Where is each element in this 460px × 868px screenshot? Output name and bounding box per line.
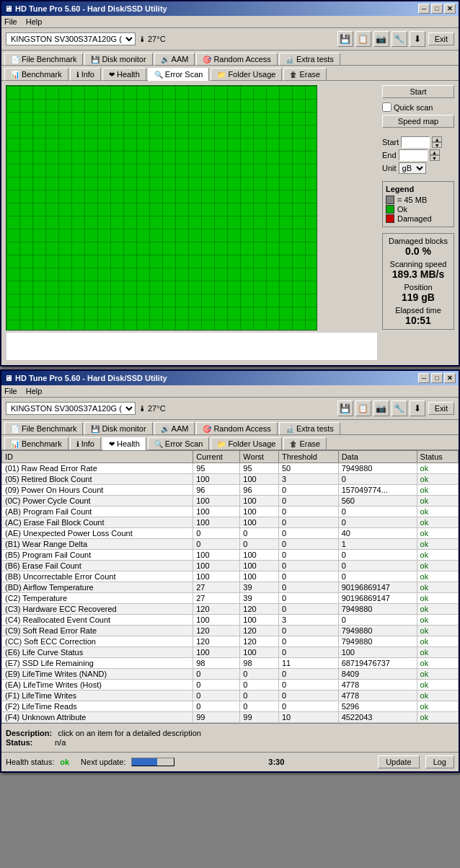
tab-benchmark-1[interactable]: 📊 Benchmark [4,68,68,81]
tab-extra-tests-label-2: Extra tests [296,424,334,433]
tab-extra-tests-2[interactable]: 🔬 Extra tests [279,422,340,435]
table-row[interactable]: (F1) LifeTime Writes0004778ok [2,691,459,701]
cell-threshold: 3 [278,474,338,485]
table-row[interactable]: (01) Raw Read Error Rate9595507949880ok [2,463,459,474]
tab-info-2[interactable]: ℹ Info [70,437,101,450]
start-down-btn[interactable]: ▼ [432,142,442,148]
legend-row-1: = 45 MB [386,196,451,204]
tab-erase-1[interactable]: 🗑 Erase [283,68,327,81]
tab-disk-monitor-1[interactable]: 💾 Disk monitor [84,53,152,66]
cell-status: ok [417,604,458,615]
table-row[interactable]: (E9) LifeTime Writes (NAND)0008409ok [2,669,459,680]
cell-data: 40 [338,528,417,539]
table-row[interactable]: (AC) Erase Fail Block Count10010000ok [2,517,459,528]
icon-hdd-1[interactable]: 💾 [337,31,353,47]
table-row[interactable]: (F4) Unknown Attribute9999104522043ok [2,712,459,723]
table-row[interactable]: (C4) Reallocated Event Count10010030ok [2,615,459,626]
tab-extra-tests-1[interactable]: 🔬 Extra tests [279,53,340,66]
damaged-section: Damaged blocks 0.0 % Scanning speed 189.… [382,233,454,330]
table-row[interactable]: (B5) Program Fail Count10010000ok [2,550,459,561]
minimize-btn-2[interactable]: ─ [418,373,430,383]
table-row[interactable]: (C3) Hardware ECC Recovered1201200794988… [2,604,459,615]
cell-current: 100 [193,571,240,582]
table-row[interactable]: (EA) LifeTime Writes (Host)0004778ok [2,680,459,691]
table-row[interactable]: (09) Power On Hours Count96960157049774.… [2,485,459,496]
icon-copy-2[interactable]: 📋 [355,400,371,416]
table-row[interactable]: (E6) Life Curve Status1001000100ok [2,647,459,658]
maximize-btn-1[interactable]: □ [431,4,443,14]
exit-btn-2[interactable]: Exit [428,402,454,415]
close-btn-2[interactable]: ✕ [444,373,456,383]
table-row[interactable]: (E7) SSD Life Remaining98981168719476737… [2,658,459,669]
tab-random-access-2[interactable]: 🎯 Random Access [196,422,277,435]
cell-worst: 98 [240,658,279,669]
scan-controls: Start Quick scan Speed map Start 0 ▲ ▼ E… [382,85,454,361]
icon-download-2[interactable]: ⬇ [410,400,425,416]
icon-tools-2[interactable]: 🔧 [392,400,407,416]
timer-value: 3:30 [268,758,284,766]
icon-tools-1[interactable]: 🔧 [392,31,407,47]
tab-health-1[interactable]: ❤ Health [102,68,146,81]
menu-file-2[interactable]: File [4,387,17,395]
tab-erase-2[interactable]: 🗑 Erase [283,437,327,450]
table-row[interactable]: (05) Retired Block Count10010030ok [2,474,459,485]
cell-data: 90196869147 [338,593,417,604]
table-row[interactable]: (0C) Power Cycle Count1001000560ok [2,496,459,507]
tab-aam-1[interactable]: 🔊 AAM [154,53,195,66]
random-access-icon-2: 🎯 [203,425,211,433]
icon-download-1[interactable]: ⬇ [410,31,425,47]
table-row[interactable]: (F2) LifeTime Reads0005296ok [2,701,459,712]
end-down-btn[interactable]: ▼ [430,155,440,161]
tab-error-scan-2[interactable]: 🔍 Error Scan [148,437,210,450]
tab-random-access-1[interactable]: 🎯 Random Access [196,53,277,66]
tab-health-2[interactable]: ❤ Health [102,437,146,450]
start-button[interactable]: Start [382,85,454,98]
maximize-btn-2[interactable]: □ [431,373,443,383]
tab-error-scan-1[interactable]: 🔍 Error Scan [148,68,210,81]
icon-camera-1[interactable]: 📷 [373,31,389,47]
end-up-btn[interactable]: ▲ [430,149,440,155]
icon-copy-1[interactable]: 📋 [355,31,371,47]
table-row[interactable]: (B6) Erase Fail Count10010000ok [2,561,459,571]
tab-folder-usage-1[interactable]: 📁 Folder Usage [211,68,282,81]
start-input[interactable]: 0 [401,136,430,148]
menu-file-1[interactable]: File [4,17,17,26]
table-row[interactable]: (AE) Unexpected Power Loss Count00040ok [2,528,459,539]
disk-select-2[interactable]: KINGSTON SV300S37A120G (120 gB) [6,402,136,415]
tab-file-benchmark-1[interactable]: 📄 File Benchmark [4,53,83,66]
erase-icon-1: 🗑 [290,71,297,79]
end-input[interactable]: 120 [399,149,428,161]
table-row[interactable]: (B1) Wear Range Delta0001ok [2,539,459,550]
cell-data: 7949880 [338,636,417,647]
log-button[interactable]: Log [425,755,454,768]
tab-benchmark-2[interactable]: 📊 Benchmark [4,437,68,450]
cell-threshold: 0 [278,604,338,615]
table-row[interactable]: (BD) Airflow Temperature2739090196869147… [2,582,459,593]
update-button[interactable]: Update [378,755,419,768]
start-up-btn[interactable]: ▲ [432,136,442,142]
table-row[interactable]: (BB) Uncorrectable Error Count10010000ok [2,571,459,582]
tab-file-benchmark-2[interactable]: 📄 File Benchmark [4,422,83,435]
cell-threshold: 0 [278,582,338,593]
cell-threshold: 0 [278,571,338,582]
menu-help-2[interactable]: Help [26,387,43,395]
disk-select-1[interactable]: KINGSTON SV300S37A120G (120 gB) [6,32,136,45]
unit-select[interactable]: gB [399,162,426,174]
col-data: Data [338,451,417,463]
table-row[interactable]: (C2) Temperature2739090196869147ok [2,593,459,604]
tab-folder-usage-2[interactable]: 📁 Folder Usage [211,437,282,450]
tab-aam-2[interactable]: 🔊 AAM [154,422,195,435]
minimize-btn-1[interactable]: ─ [418,4,430,14]
menu-help-1[interactable]: Help [26,17,43,26]
quick-scan-checkbox[interactable] [382,102,392,112]
tab-info-1[interactable]: ℹ Info [70,68,101,81]
icon-camera-2[interactable]: 📷 [373,400,389,416]
speed-map-button[interactable]: Speed map [382,115,454,128]
icon-hdd-2[interactable]: 💾 [337,400,353,416]
table-row[interactable]: (CC) Soft ECC Correction12012007949880ok [2,636,459,647]
tab-disk-monitor-2[interactable]: 💾 Disk monitor [84,422,152,435]
exit-btn-1[interactable]: Exit [428,32,454,45]
table-row[interactable]: (AB) Program Fail Count10010000ok [2,507,459,517]
table-row[interactable]: (C9) Soft Read Error Rate12012007949880o… [2,626,459,636]
close-btn-1[interactable]: ✕ [444,4,456,14]
